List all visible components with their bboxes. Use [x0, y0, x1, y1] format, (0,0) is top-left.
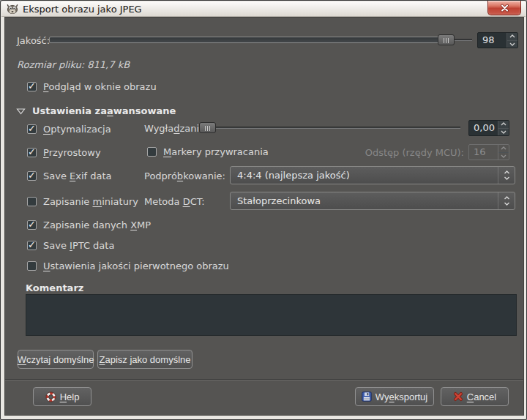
option-row-original-quality[interactable]: Ustawienia jakości pierwotnego obrazu: [27, 260, 229, 271]
dct-chevron-icon: [498, 192, 515, 209]
restart-markers-checkbox[interactable]: [147, 147, 157, 157]
jpeg-export-dialog: Eksport obrazu jako JPEG Jakość: 98 Rozm…: [0, 0, 527, 420]
quality-value: 98: [478, 33, 507, 48]
preview-checkbox[interactable]: [27, 82, 37, 91]
dct-value: Stałoprzecinkowa: [231, 195, 498, 206]
cancel-button-label: Cancel: [467, 391, 496, 402]
smoothing-spin-down-icon[interactable]: [498, 128, 509, 136]
restart-markers-label: Markery przywracania: [163, 146, 269, 157]
restart-interval-spinbox: 16: [468, 144, 509, 160]
smoothing-value: 0,00: [469, 121, 498, 135]
restart-interval-value: 16: [469, 145, 498, 160]
quality-spin-up-icon[interactable]: [507, 33, 517, 40]
dct-dropdown[interactable]: Stałoprzecinkowa: [230, 192, 515, 210]
subsampling-dropdown[interactable]: 4:4:4 (najlepsza jakość): [230, 166, 515, 184]
thumbnail-label: Zapisanie miniatury: [43, 196, 138, 207]
thumbnail-checkbox[interactable]: [27, 197, 37, 206]
progressive-checkbox[interactable]: [27, 148, 37, 157]
red-x-icon: [453, 391, 463, 402]
file-size-text: Rozmiar pliku: 811,7 kB: [17, 59, 130, 70]
help-button-label: Help: [60, 391, 80, 402]
xmp-label: Zapisanie danych XMP: [43, 220, 151, 230]
optimize-checkbox[interactable]: [27, 124, 37, 134]
subsampling-label: Podpróbkowanie:: [144, 170, 225, 181]
quality-slider-handle[interactable]: [438, 34, 455, 45]
quality-spinbox[interactable]: 98: [477, 32, 518, 48]
optimize-label: Optymalizacja: [43, 124, 111, 135]
exif-label: Save Exif data: [43, 170, 112, 181]
option-row-optimize[interactable]: Optymalizacja: [27, 124, 111, 135]
smoothing-spinbox[interactable]: 0,00: [468, 120, 509, 136]
exif-checkbox[interactable]: [27, 171, 37, 181]
dct-label: Metoda DCT:: [144, 196, 205, 207]
option-row-exif[interactable]: Save Exif data: [27, 170, 112, 181]
export-button[interactable]: Wyeksportuj: [355, 387, 434, 406]
gimp-wilber-icon: [7, 3, 18, 15]
comment-input[interactable]: [26, 294, 517, 336]
original-quality-checkbox[interactable]: [27, 261, 37, 271]
load-defaults-button[interactable]: Wczytaj domyślne: [18, 350, 94, 369]
save-defaults-label: Zapisz jako domyślne: [99, 354, 190, 365]
restart-interval-spin-up-icon: [498, 145, 509, 152]
restart-interval-spin-down-icon: [498, 152, 509, 160]
help-button[interactable]: Help: [33, 387, 91, 406]
smoothing-spin-up-icon[interactable]: [498, 121, 509, 128]
titlebar[interactable]: Eksport obrazu jako JPEG: [1, 1, 526, 17]
iptc-checkbox[interactable]: [27, 241, 37, 250]
close-button[interactable]: [487, 1, 521, 15]
progressive-label: Przyrostowy: [43, 147, 101, 158]
quality-slider[interactable]: [49, 34, 472, 46]
advanced-expander[interactable]: Ustawienia zaawansowane: [16, 105, 176, 116]
restart-interval-label: Odstęp (rzędy MCU):: [329, 147, 464, 158]
option-row-xmp[interactable]: Zapisanie danych XMP: [27, 220, 151, 230]
smoothing-slider-handle[interactable]: [199, 122, 216, 133]
floppy-disk-icon: [362, 391, 372, 402]
window-title: Eksport obrazu jako JPEG: [23, 4, 142, 15]
smoothing-slider[interactable]: [199, 122, 460, 134]
export-button-label: Wyeksportuj: [375, 391, 427, 402]
close-x-icon: [500, 4, 509, 12]
lifebuoy-icon: [45, 391, 56, 402]
option-row-thumbnail[interactable]: Zapisanie miniatury: [27, 196, 138, 207]
preview-checkbox-label: Podgląd w oknie obrazu: [43, 81, 157, 92]
advanced-expander-label: Ustawienia zaawansowane: [32, 105, 176, 116]
comment-label: Komentarz: [26, 282, 83, 293]
restart-markers-row[interactable]: Markery przywracania: [147, 146, 269, 157]
quality-label: Jakość:: [17, 35, 50, 46]
subsampling-chevron-icon: [498, 167, 515, 184]
triangle-down-icon: [16, 108, 26, 115]
cancel-button[interactable]: Cancel: [441, 387, 509, 406]
option-row-iptc[interactable]: Save IPTC data: [27, 240, 114, 251]
iptc-label: Save IPTC data: [43, 240, 114, 251]
quality-spin-down-icon[interactable]: [507, 40, 517, 48]
original-quality-label: Ustawienia jakości pierwotnego obrazu: [43, 260, 229, 271]
option-row-progressive[interactable]: Przyrostowy: [27, 147, 101, 158]
save-defaults-button[interactable]: Zapisz jako domyślne: [97, 350, 193, 369]
quality-slider-fill: [49, 37, 445, 43]
preview-checkbox-row[interactable]: Podgląd w oknie obrazu: [27, 81, 157, 92]
subsampling-value: 4:4:4 (najlepsza jakość): [231, 170, 498, 181]
smoothing-slider-rail: [208, 127, 460, 129]
action-area-separator: [5, 379, 523, 380]
xmp-checkbox[interactable]: [27, 220, 37, 230]
dialog-body: Jakość: 98 Rozmiar pliku: 811,7 kB Podgl…: [4, 17, 524, 416]
load-defaults-label: Wczytaj domyślne: [18, 354, 94, 365]
